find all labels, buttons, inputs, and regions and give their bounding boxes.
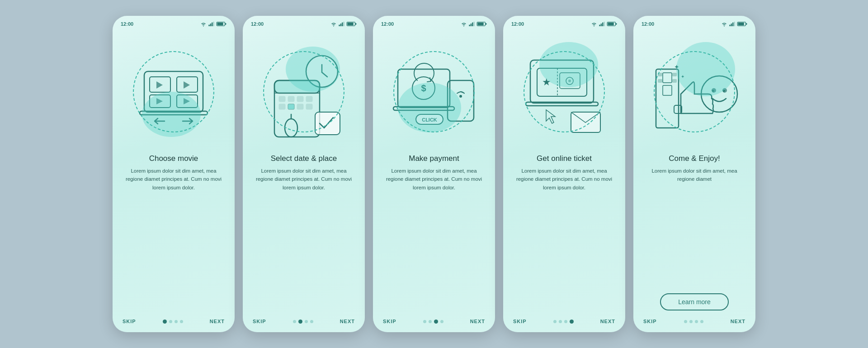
bottom-nav-4: SKIP NEXT (503, 314, 625, 324)
dot-5-3 (695, 320, 698, 323)
screen-title-4: Get online ticket (528, 154, 600, 163)
status-bar-1: 12:00 (113, 16, 235, 28)
svg-rect-5 (217, 23, 223, 25)
skip-btn-3[interactable]: SKIP (383, 319, 396, 324)
time-3: 12:00 (381, 21, 394, 27)
dot-5-4 (700, 320, 703, 323)
dot-4-4 (570, 320, 574, 324)
time-1: 12:00 (121, 21, 133, 27)
svg-rect-49 (486, 23, 487, 24)
svg-rect-61 (604, 22, 605, 26)
dot-3-2 (429, 320, 432, 323)
screens-container: 12:00 (113, 16, 755, 332)
skip-btn-2[interactable]: SKIP (253, 319, 266, 324)
next-btn-3[interactable]: NEXT (470, 319, 485, 324)
svg-rect-60 (602, 23, 604, 26)
battery-icon-2 (347, 22, 357, 26)
screen-come-enjoy: 12:00 ✦ (633, 16, 755, 332)
svg-rect-1 (210, 24, 212, 26)
svg-rect-48 (477, 23, 483, 25)
next-btn-1[interactable]: NEXT (210, 319, 225, 324)
dot-3-3 (434, 320, 438, 324)
dashed-circle-2 (263, 51, 344, 132)
dots-5 (684, 320, 703, 323)
skip-btn-5[interactable]: SKIP (643, 319, 657, 324)
bottom-nav-3: SKIP NEXT (373, 314, 495, 324)
skip-btn-1[interactable]: SKIP (123, 319, 136, 324)
bottom-nav-5: SKIP NEXT (633, 314, 755, 324)
skip-btn-4[interactable]: SKIP (513, 319, 527, 324)
svg-rect-64 (616, 23, 617, 24)
svg-rect-22 (343, 22, 344, 26)
next-btn-4[interactable]: NEXT (600, 319, 615, 324)
dot-5-1 (684, 320, 687, 323)
status-bar-5: 12:00 (633, 16, 755, 28)
screen-select-date: 12:00 (243, 16, 365, 332)
svg-rect-44 (471, 24, 472, 26)
status-bar-3: 12:00 (373, 16, 495, 28)
svg-rect-77 (732, 23, 734, 26)
svg-rect-80 (738, 23, 744, 25)
svg-rect-6 (225, 23, 226, 24)
learn-more-container: Learn more (660, 289, 729, 310)
svg-rect-58 (599, 25, 600, 26)
screen-title-2: Select date & place (263, 154, 345, 163)
dot-2-1 (293, 320, 296, 323)
dots-3 (423, 320, 443, 324)
dot-3-4 (440, 320, 443, 323)
svg-rect-21 (342, 23, 343, 26)
screen-choose-movie: 12:00 (113, 16, 235, 332)
dot-2-2 (298, 320, 302, 324)
time-2: 12:00 (251, 21, 264, 27)
wifi-icon-3 (461, 22, 467, 26)
dots-1 (163, 320, 183, 324)
screen-title-5: Come & Enjoy! (660, 154, 728, 163)
dot-4-3 (564, 320, 567, 323)
icon-area-4: ★ (519, 33, 609, 150)
svg-rect-0 (208, 25, 210, 26)
icon-area-2 (259, 33, 349, 150)
screen-body-4: Lorem ipsum dolor sit dim amet, mea regi… (503, 163, 625, 310)
next-btn-2[interactable]: NEXT (340, 319, 355, 324)
svg-rect-46 (473, 22, 475, 26)
dot-2-4 (310, 320, 313, 323)
svg-rect-45 (472, 23, 473, 26)
next-btn-5[interactable]: NEXT (731, 319, 745, 324)
status-icons-2 (330, 22, 357, 26)
status-icons-5 (721, 22, 747, 26)
svg-rect-3 (213, 22, 214, 26)
svg-rect-59 (601, 24, 602, 26)
svg-rect-75 (729, 25, 731, 26)
bottom-nav-2: SKIP NEXT (243, 314, 365, 324)
icon-area-1 (128, 33, 219, 150)
svg-rect-78 (734, 22, 735, 26)
signal-icon-3 (469, 22, 475, 26)
battery-icon-3 (477, 22, 487, 26)
signal-icon-5 (729, 22, 736, 26)
dot-1-4 (180, 320, 183, 323)
screen-body-5: Lorem ipsum dolor sit dim amet, mea regi… (633, 163, 755, 284)
status-icons-3 (461, 22, 487, 26)
dashed-circle-1 (133, 51, 214, 132)
screen-body-3: Lorem ipsum dolor sit dim amet, mea regi… (373, 163, 495, 310)
time-5: 12:00 (642, 21, 654, 27)
dot-1-2 (169, 320, 172, 323)
battery-icon (217, 22, 226, 26)
wifi-icon-4 (591, 22, 597, 26)
svg-rect-81 (746, 23, 747, 24)
dots-4 (553, 320, 574, 324)
status-icons-4 (591, 22, 617, 26)
screen-body-2: Lorem ipsum dolor sit dim amet, mea regi… (243, 163, 365, 310)
battery-icon-4 (607, 22, 617, 26)
dot-3-1 (423, 320, 426, 323)
svg-rect-43 (469, 25, 470, 26)
screen-title-1: Choose movie (141, 154, 207, 163)
status-bar-4: 12:00 (503, 16, 625, 28)
dot-5-2 (689, 320, 693, 323)
status-icons-1 (200, 22, 226, 26)
screen-body-1: Lorem ipsum dolor sit dim amet, mea regi… (113, 163, 235, 310)
dashed-circle-4 (524, 51, 605, 132)
learn-more-button[interactable]: Learn more (660, 293, 729, 310)
dot-4-1 (553, 320, 557, 323)
dots-2 (293, 320, 313, 324)
